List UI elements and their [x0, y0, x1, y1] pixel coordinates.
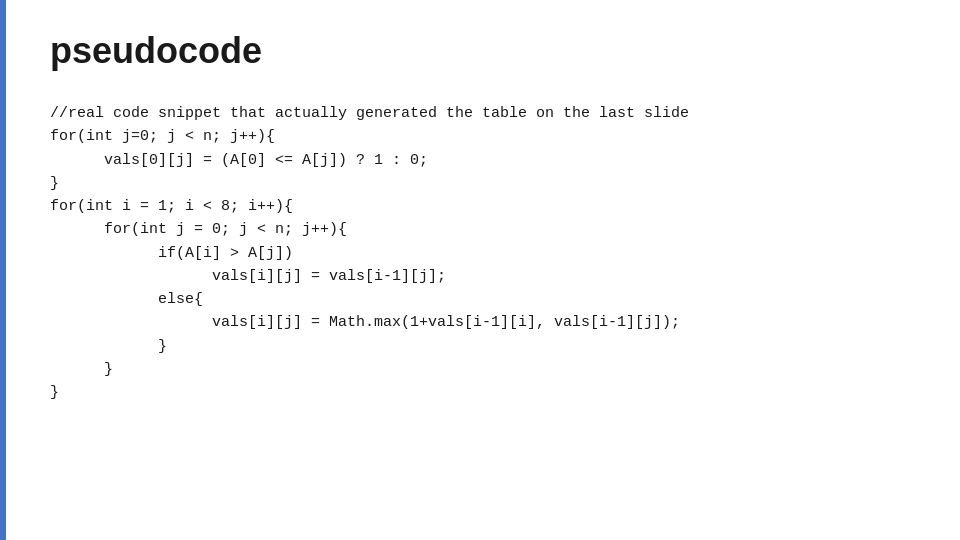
accent-bar	[0, 0, 6, 540]
slide-title: pseudocode	[50, 30, 920, 72]
slide-container: pseudocode //real code snippet that actu…	[0, 0, 960, 540]
code-block: //real code snippet that actually genera…	[50, 102, 920, 404]
slide-content: pseudocode //real code snippet that actu…	[0, 0, 960, 540]
